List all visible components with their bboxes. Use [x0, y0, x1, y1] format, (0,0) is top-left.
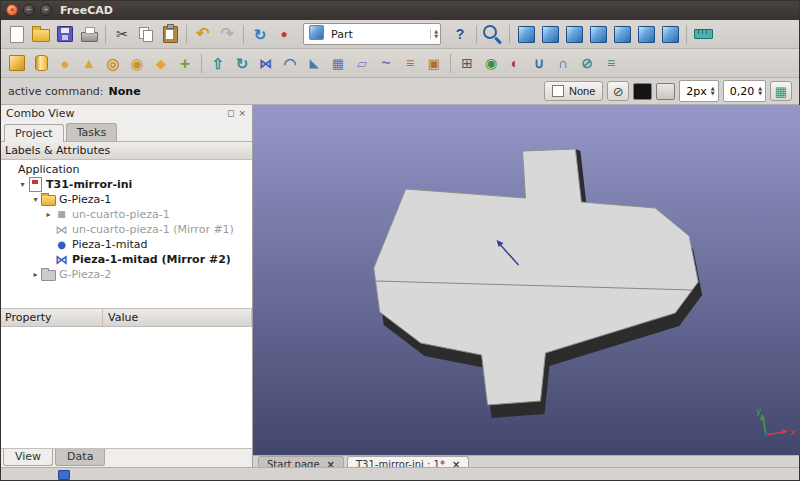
- tab-project[interactable]: Project: [4, 124, 64, 142]
- tree-expander-icon[interactable]: ▸: [43, 210, 54, 219]
- shape-builder-button[interactable]: +: [173, 51, 197, 75]
- fillet-button[interactable]: ◠: [278, 51, 302, 75]
- minimize-window-button[interactable]: −: [23, 4, 35, 16]
- section-button[interactable]: ⊘: [575, 51, 599, 75]
- cylinder-button[interactable]: [29, 51, 53, 75]
- tab-view[interactable]: View: [3, 449, 53, 466]
- tab-data[interactable]: Data: [55, 449, 105, 466]
- create-primitives-button[interactable]: ◆: [149, 51, 173, 75]
- copy-button[interactable]: [134, 22, 158, 46]
- ruled-surface-button[interactable]: ▦: [326, 51, 350, 75]
- tree-item-g-pieza-1[interactable]: ▾G-Pieza-1: [0, 192, 252, 207]
- close-window-button[interactable]: ×: [6, 4, 18, 16]
- tree-item-t31-mirror-ini[interactable]: ▾T31-mirror-ini: [0, 177, 252, 192]
- sweep-button[interactable]: ~: [374, 51, 398, 75]
- face-color-swatch[interactable]: [656, 83, 675, 100]
- top-button[interactable]: [562, 22, 586, 46]
- workbench-selected-label: Part: [331, 28, 430, 41]
- draw-style-button[interactable]: ⊘: [607, 81, 629, 101]
- tree-expander-icon[interactable]: ▾: [30, 195, 41, 204]
- undo-icon: ↶: [196, 26, 209, 42]
- sphere-button[interactable]: ●: [53, 51, 77, 75]
- whatsthis-button[interactable]: ?: [448, 22, 472, 46]
- mirror-button[interactable]: ⋈: [254, 51, 278, 75]
- property-view-tabs: ViewData: [0, 449, 252, 467]
- grid-icon: ▦: [775, 85, 787, 98]
- toolbar-part: ●▲◎◉◆+⇧↻⋈◠◣▦▱~≡▣⊞◉◐∪∩⊘≡: [0, 49, 800, 78]
- thickness-icon: ▣: [428, 57, 440, 70]
- line-width-spinbox[interactable]: 2px ▲▼: [679, 80, 718, 102]
- close-panel-icon[interactable]: ×: [238, 109, 246, 118]
- redo-button[interactable]: ↷: [215, 22, 239, 46]
- bottom-button[interactable]: [634, 22, 658, 46]
- measure-linear-button[interactable]: [691, 22, 715, 46]
- union-button[interactable]: ∪: [527, 51, 551, 75]
- extrude-button[interactable]: ⇧: [206, 51, 230, 75]
- thickness-button[interactable]: ▣: [422, 51, 446, 75]
- main-area: Combo View ◻ × ProjectTasks Labels & Att…: [0, 105, 800, 467]
- tree-item-pieza-1-mitad-mirror-2[interactable]: ⋈Pieza-1-mitad (Mirror #2): [0, 252, 252, 267]
- cone-button[interactable]: ▲: [77, 51, 101, 75]
- paste-button[interactable]: [158, 22, 182, 46]
- window-controls: × − +: [6, 4, 52, 16]
- tree-expander-icon[interactable]: ▾: [17, 180, 28, 189]
- cut-button[interactable]: ✂: [110, 22, 134, 46]
- tab-label: Tasks: [77, 126, 106, 139]
- tree-header-label: Labels & Attributes: [5, 144, 110, 157]
- line-color-swatch[interactable]: [633, 83, 652, 100]
- compound-button[interactable]: ⊞: [455, 51, 479, 75]
- left-button[interactable]: [658, 22, 682, 46]
- new-document-button[interactable]: [5, 22, 29, 46]
- torus-button[interactable]: ◎: [101, 51, 125, 75]
- tree-expander-icon[interactable]: ▸: [30, 270, 41, 279]
- open-button[interactable]: [29, 22, 53, 46]
- toolbar-separator: [201, 54, 202, 73]
- undo-button[interactable]: ↶: [191, 22, 215, 46]
- loft-button[interactable]: ▱: [350, 51, 374, 75]
- offset-button[interactable]: ≡: [398, 51, 422, 75]
- cut-icon: ✂: [116, 27, 128, 41]
- cross-sections-button[interactable]: ≡: [599, 51, 623, 75]
- workbench-spinner[interactable]: ▲▼: [430, 29, 438, 39]
- chamfer-button[interactable]: ◣: [302, 51, 326, 75]
- tab-tasks[interactable]: Tasks: [66, 123, 117, 141]
- record-macro-button[interactable]: ●: [272, 22, 296, 46]
- right-button[interactable]: [586, 22, 610, 46]
- axis-x-label: x: [790, 427, 796, 437]
- grid-snap-button[interactable]: ▦: [770, 81, 792, 101]
- 3d-canvas[interactable]: x y: [253, 105, 800, 455]
- tube-button[interactable]: ◉: [125, 51, 149, 75]
- print-button[interactable]: [77, 22, 101, 46]
- front-icon: [542, 26, 559, 43]
- tree-item-un-cuarto-pieza-1[interactable]: ▸■un-cuarto-pieza-1: [0, 207, 252, 222]
- front-button[interactable]: [538, 22, 562, 46]
- status-bar: [0, 467, 800, 481]
- float-panel-icon[interactable]: ◻: [227, 109, 234, 118]
- refresh-button[interactable]: ↻: [248, 22, 272, 46]
- rear-button[interactable]: [610, 22, 634, 46]
- tree-item-application[interactable]: Application: [0, 162, 252, 177]
- toolbar-separator: [476, 25, 477, 44]
- intersection-button[interactable]: ∩: [551, 51, 575, 75]
- property-column-property[interactable]: Property: [0, 309, 103, 326]
- face-style-icon: [552, 85, 564, 97]
- face-style-button[interactable]: None: [544, 81, 603, 101]
- point-size-spin-arrows[interactable]: ▲▼: [758, 86, 762, 96]
- fit-all-button[interactable]: [481, 22, 505, 46]
- isometric-button[interactable]: [514, 22, 538, 46]
- tree-item-pieza-1-mitad[interactable]: ●Pieza-1-mitad: [0, 237, 252, 252]
- tree-item-g-pieza-2[interactable]: ▸G-Pieza-2: [0, 267, 252, 282]
- toolbar-separator: [105, 25, 106, 44]
- maximize-window-button[interactable]: +: [40, 4, 52, 16]
- save-button[interactable]: [53, 22, 77, 46]
- boolean-button[interactable]: ◉: [479, 51, 503, 75]
- line-width-spin-arrows[interactable]: ▲▼: [711, 86, 715, 96]
- point-size-spinbox[interactable]: 0,20 ▲▼: [723, 80, 766, 102]
- revolve-button[interactable]: ↻: [230, 51, 254, 75]
- model-tree: Application▾T31-mirror-ini▾G-Pieza-1▸■un…: [0, 160, 252, 309]
- tree-item-un-cuarto-pieza-1-mirror-1[interactable]: ⋈un-cuarto-pieza-1 (Mirror #1): [0, 222, 252, 237]
- cut-boolean-button[interactable]: ◐: [503, 51, 527, 75]
- box-button[interactable]: [5, 51, 29, 75]
- workbench-selector[interactable]: Part ▲▼: [303, 23, 441, 45]
- property-column-value[interactable]: Value: [103, 309, 252, 326]
